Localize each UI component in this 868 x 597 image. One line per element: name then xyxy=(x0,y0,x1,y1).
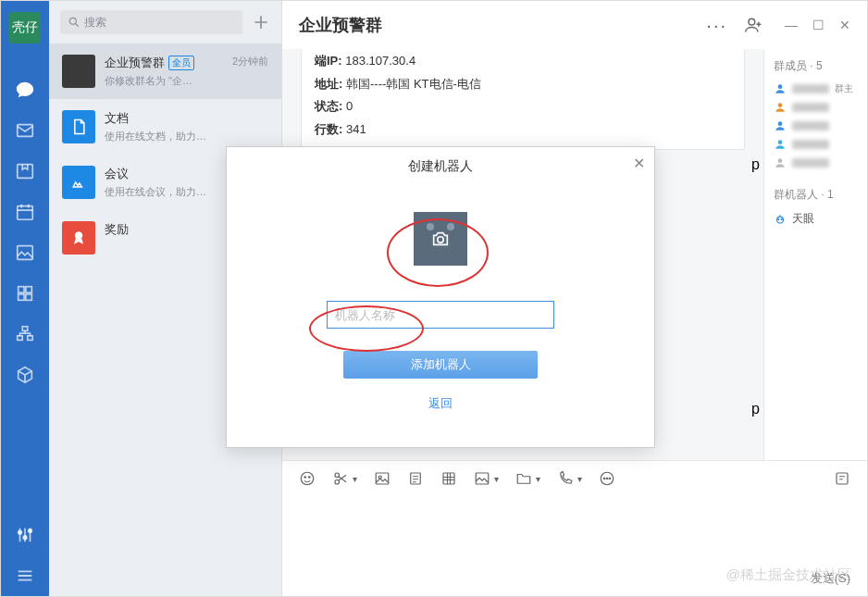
camera-icon xyxy=(414,212,467,266)
close-icon[interactable]: ✕ xyxy=(633,155,645,172)
robot-avatar-upload[interactable] xyxy=(414,212,467,266)
back-link[interactable]: 返回 xyxy=(227,395,654,412)
robot-name-input[interactable] xyxy=(327,301,554,329)
add-robot-button[interactable]: 添加机器人 xyxy=(343,351,538,379)
modal-title: 创建机器人 xyxy=(227,147,654,186)
svg-point-40 xyxy=(438,237,443,243)
create-robot-modal: ✕ 创建机器人 添加机器人 返回 xyxy=(226,146,655,448)
